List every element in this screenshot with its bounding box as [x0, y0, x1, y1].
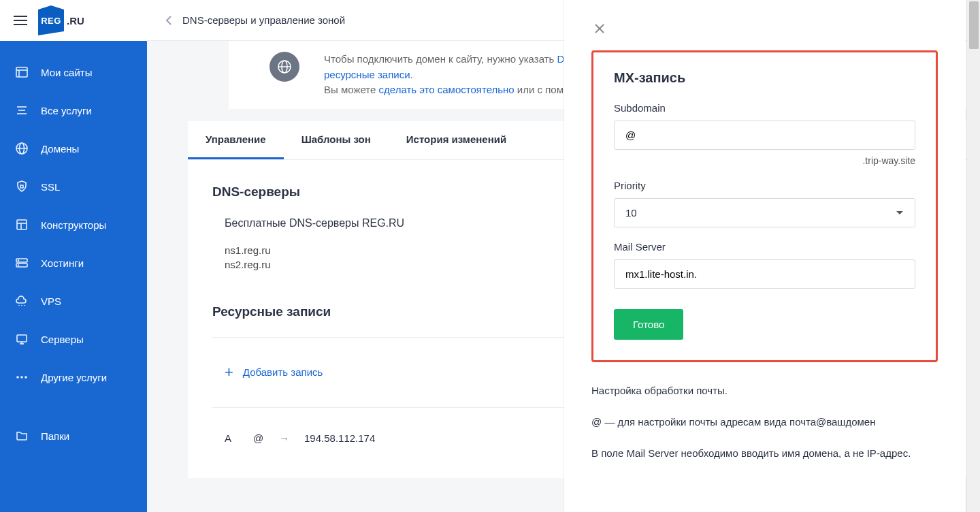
globe-illustration-icon: [270, 52, 299, 82]
outer-scrollbar[interactable]: [966, 0, 980, 512]
server-icon: [15, 332, 29, 346]
logo[interactable]: REG .RU: [38, 10, 84, 31]
sidebar-item-servers[interactable]: Серверы: [0, 320, 147, 358]
sites-icon: [15, 65, 29, 79]
record-value: 194.58.112.174: [304, 432, 375, 444]
help-text: Настройка обработки почты. @ — для настр…: [591, 383, 938, 462]
arrow-icon: →: [279, 432, 289, 444]
svg-rect-0: [16, 67, 27, 77]
sidebar-label: Серверы: [41, 334, 84, 345]
nav: Мои сайты Все услуги Домены SSL Конструк…: [0, 41, 147, 455]
priority-select[interactable]: 10: [614, 198, 915, 227]
sidebar-label: VPS: [41, 295, 61, 307]
sidebar-label: Папки: [41, 430, 69, 442]
mailserver-label: Mail Server: [614, 241, 915, 253]
subdomain-label: Subdomain: [614, 102, 915, 114]
mx-drawer: MX-запись Subdomain .trip-way.site Prior…: [564, 0, 965, 512]
sidebar-item-vps[interactable]: VPS: [0, 282, 147, 320]
sidebar-item-builders[interactable]: Конструкторы: [0, 206, 147, 244]
sidebar-label: Конструкторы: [41, 219, 106, 231]
sidebar-label: Домены: [41, 143, 79, 155]
plus-icon: +: [225, 364, 233, 381]
sidebar-item-ssl[interactable]: SSL: [0, 167, 147, 206]
drawer-title: MX-запись: [614, 70, 915, 86]
chevron-down-icon: [896, 210, 904, 216]
svg-point-15: [18, 260, 19, 261]
mailserver-input[interactable]: [614, 259, 915, 289]
sidebar-item-my-sites[interactable]: Мои сайты: [0, 53, 147, 91]
main: DNS-серверы и управление зоной Чтобы под…: [147, 0, 980, 512]
svg-point-23: [16, 376, 19, 379]
svg-rect-9: [20, 185, 23, 188]
record-host: @: [253, 432, 264, 444]
folder-icon: [15, 429, 29, 443]
close-button[interactable]: [591, 20, 608, 37]
header-left: REG .RU: [0, 0, 147, 41]
tab-manage[interactable]: Управление: [188, 121, 284, 159]
sidebar-label: Все услуги: [41, 105, 92, 116]
form-highlight: MX-запись Subdomain .trip-way.site Prior…: [591, 50, 938, 362]
sidebar-label: Другие услуги: [41, 372, 107, 383]
cloud-icon: [15, 294, 29, 308]
sidebar-item-domains[interactable]: Домены: [0, 129, 147, 167]
more-icon: [15, 370, 29, 384]
svg-point-16: [18, 265, 19, 266]
tab-templates[interactable]: Шаблоны зон: [284, 121, 389, 159]
sidebar-item-other[interactable]: Другие услуги: [0, 358, 147, 396]
sidebar-label: SSL: [41, 181, 60, 193]
services-icon: [15, 103, 29, 117]
sidebar-item-hosting[interactable]: Хостинги: [0, 244, 147, 282]
sidebar-item-all-services[interactable]: Все услуги: [0, 91, 147, 129]
hamburger-icon[interactable]: [14, 16, 27, 25]
sidebar-label: Хостинги: [41, 257, 84, 269]
records-link[interactable]: ресурсные записи: [324, 69, 410, 80]
builder-icon: [15, 218, 29, 231]
svg-rect-10: [17, 220, 27, 229]
manual-link[interactable]: сделать это самостоятельно: [379, 84, 514, 95]
hosting-icon: [15, 256, 29, 270]
record-type: A: [225, 432, 238, 444]
priority-label: Priority: [614, 180, 915, 191]
done-button[interactable]: Готово: [614, 309, 683, 340]
svg-point-25: [24, 376, 27, 379]
subdomain-input[interactable]: [614, 121, 915, 150]
tab-history[interactable]: История изменений: [389, 121, 524, 159]
sidebar: REG .RU Мои сайты Все услуги Домены SSL: [0, 0, 147, 512]
globe-icon: [15, 142, 29, 155]
svg-rect-20: [17, 335, 27, 342]
back-button[interactable]: [161, 12, 177, 29]
sidebar-label: Мои сайты: [41, 67, 92, 78]
lock-icon: [15, 180, 29, 193]
sidebar-item-folders[interactable]: Папки: [0, 417, 147, 455]
breadcrumb: DNS-серверы и управление зоной: [182, 14, 345, 26]
svg-point-24: [20, 376, 23, 379]
subdomain-suffix: .trip-way.site: [614, 155, 915, 166]
illustration: [248, 41, 309, 86]
